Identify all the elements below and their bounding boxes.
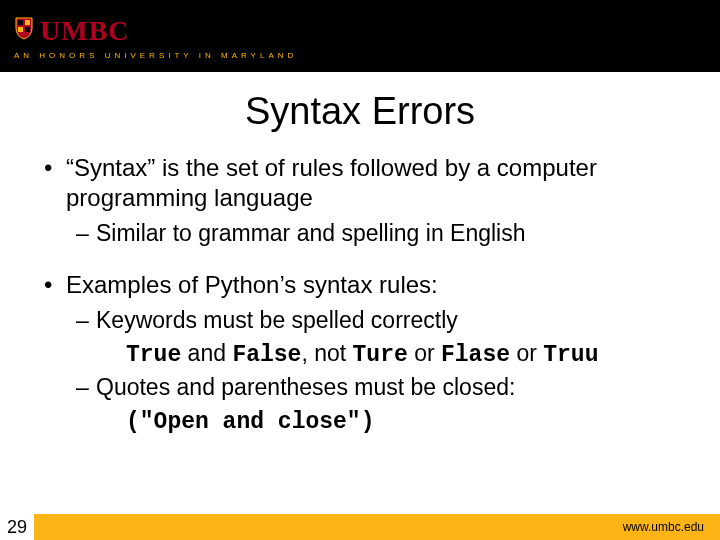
logo: UMBC [14, 15, 706, 47]
bullet-2-text: Examples of Python’s syntax rules: [66, 270, 676, 300]
dash-icon: – [76, 306, 96, 335]
dash-icon: – [76, 373, 96, 402]
bullet-dot-icon: • [44, 153, 66, 213]
bullet-1-text: “Syntax” is the set of rules followed by… [66, 153, 676, 213]
tagline: AN HONORS UNIVERSITY IN MARYLAND [14, 51, 706, 60]
slide: UMBC AN HONORS UNIVERSITY IN MARYLAND Sy… [0, 0, 720, 540]
dash-icon: – [76, 219, 96, 248]
text-or-1: or [408, 340, 441, 366]
page-number: 29 [0, 514, 34, 540]
svg-rect-0 [18, 20, 23, 25]
header-bar: UMBC AN HONORS UNIVERSITY IN MARYLAND [0, 0, 720, 72]
text-and: and [181, 340, 232, 366]
bullet-1-sub-1-text: Similar to grammar and spelling in Engli… [96, 219, 676, 248]
shield-icon [14, 16, 34, 44]
slide-title: Syntax Errors [0, 90, 720, 133]
bullet-2: • Examples of Python’s syntax rules: [44, 270, 676, 300]
bullet-1-sub-1: – Similar to grammar and spelling in Eng… [76, 219, 676, 248]
text-or-2: or [510, 340, 543, 366]
bullet-2-sub-1-line: True and False, not Ture or Flase or Tru… [126, 339, 676, 370]
bullet-2-sub-2-code: ("Open and close") [126, 406, 676, 437]
code-truu: Truu [543, 342, 598, 368]
logo-text: UMBC [40, 15, 130, 47]
slide-content: • “Syntax” is the set of rules followed … [0, 153, 720, 540]
bullet-2-sub-1: – Keywords must be spelled correctly [76, 306, 676, 335]
svg-rect-3 [25, 27, 30, 32]
bullet-1: • “Syntax” is the set of rules followed … [44, 153, 676, 213]
bullet-2-sub-2-text: Quotes and parentheses must be closed: [96, 373, 676, 402]
code-true: True [126, 342, 181, 368]
code-open-close: ("Open and close") [126, 409, 374, 435]
svg-rect-1 [25, 20, 30, 25]
footer-bar: 29 www.umbc.edu [0, 514, 720, 540]
footer-url: www.umbc.edu [623, 520, 720, 534]
bullet-2-sub-1-text: Keywords must be spelled correctly [96, 306, 676, 335]
bullet-2-sub-2: – Quotes and parentheses must be closed: [76, 373, 676, 402]
svg-rect-2 [18, 27, 23, 32]
bullet-dot-icon: • [44, 270, 66, 300]
code-flase: Flase [441, 342, 510, 368]
code-ture: Ture [353, 342, 408, 368]
text-not: , not [301, 340, 352, 366]
code-false: False [232, 342, 301, 368]
